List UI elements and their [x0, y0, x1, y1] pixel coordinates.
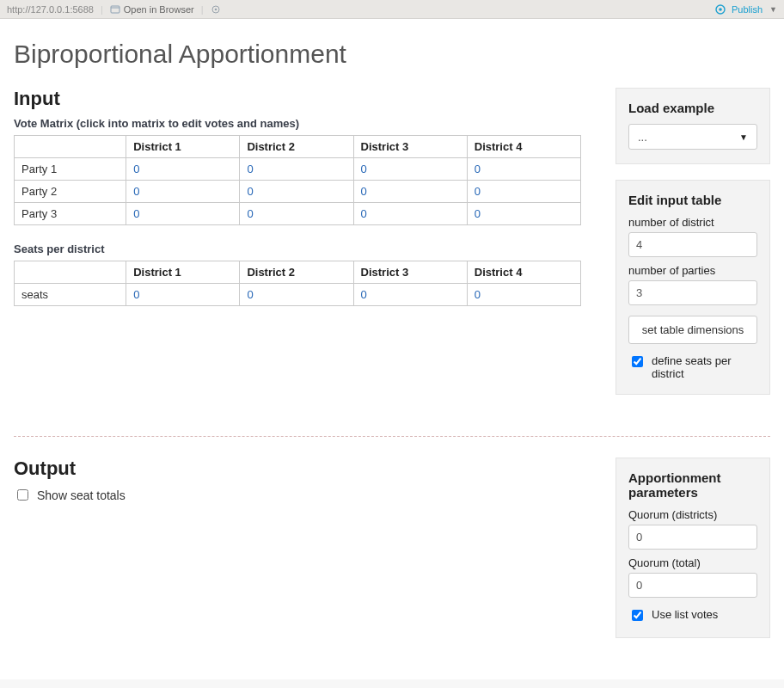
section-divider: [14, 436, 770, 437]
num-district-input[interactable]: [628, 232, 757, 257]
define-seats-label: define seats per district: [652, 354, 757, 380]
vote-cell[interactable]: 0: [467, 203, 580, 225]
seat-cell[interactable]: 0: [126, 284, 240, 306]
num-parties-label: number of parties: [628, 264, 757, 277]
seats-row: seats 0 0 0 0: [15, 284, 581, 306]
browser-icon: [110, 4, 120, 15]
vote-matrix-table: District 1 District 2 District 3 Distric…: [14, 135, 581, 225]
load-example-selected: ...: [638, 131, 647, 144]
svg-rect-0: [111, 6, 119, 13]
quorum-districts-label: Quorum (districts): [628, 508, 757, 521]
party-name-cell[interactable]: Party 1: [15, 158, 126, 181]
apportionment-params-panel: Apportionment parameters Quorum (distric…: [616, 458, 770, 638]
vote-cell[interactable]: 0: [240, 181, 353, 203]
vote-cell[interactable]: 0: [467, 158, 580, 181]
page-title: Biproportional Apportionment: [14, 40, 770, 69]
chevron-down-icon: ▼: [739, 132, 748, 142]
input-heading: Input: [14, 88, 586, 110]
define-seats-checkbox[interactable]: [632, 356, 643, 367]
vote-cell[interactable]: 0: [467, 181, 580, 203]
toolbar-separator-1: |: [101, 4, 103, 15]
svg-point-5: [719, 8, 722, 11]
party-name-cell[interactable]: Party 2: [15, 181, 126, 203]
publish-dropdown-arrow[interactable]: ▼: [769, 5, 777, 14]
vote-matrix-label: Vote Matrix (click into matrix to edit v…: [14, 117, 586, 130]
quorum-total-label: Quorum (total): [628, 556, 757, 569]
district-header[interactable]: District 3: [353, 261, 467, 284]
district-header[interactable]: District 1: [126, 261, 240, 284]
output-sidebar: Apportionment parameters Quorum (distric…: [616, 458, 770, 654]
district-header[interactable]: District 1: [126, 136, 240, 158]
vote-cell[interactable]: 0: [126, 203, 240, 225]
publish-icon: [714, 3, 726, 15]
toolbar-url: http://127.0.0.1:5688: [7, 4, 94, 15]
edit-input-table-title: Edit input table: [628, 193, 757, 207]
publish-button[interactable]: Publish: [732, 4, 763, 15]
quorum-total-input[interactable]: [628, 573, 757, 598]
load-example-select[interactable]: ... ▼: [628, 124, 757, 150]
apportionment-params-title: Apportionment parameters: [628, 470, 757, 500]
vote-cell[interactable]: 0: [353, 203, 467, 225]
toolbar-separator-2: |: [201, 4, 204, 15]
gear-icon[interactable]: [211, 4, 221, 15]
use-list-votes-label: Use list votes: [652, 608, 718, 621]
show-seat-totals-label: Show seat totals: [37, 488, 126, 502]
load-example-title: Load example: [628, 101, 757, 115]
district-header[interactable]: District 2: [240, 261, 353, 284]
load-example-panel: Load example ... ▼: [616, 88, 770, 164]
num-district-label: number of district: [628, 216, 757, 229]
district-header[interactable]: District 2: [240, 136, 353, 158]
seats-table-corner: [15, 261, 126, 284]
vote-cell[interactable]: 0: [126, 158, 240, 181]
district-header[interactable]: District 4: [467, 261, 580, 284]
svg-point-3: [214, 8, 217, 10]
district-header[interactable]: District 4: [467, 136, 580, 158]
seat-cell[interactable]: 0: [467, 284, 580, 306]
party-name-cell[interactable]: Party 3: [15, 203, 126, 225]
vote-matrix-row: Party 2 0 0 0 0: [15, 181, 581, 203]
vote-matrix-row: Party 3 0 0 0 0: [15, 203, 581, 225]
app-toolbar: http://127.0.0.1:5688 | Open in Browser …: [0, 0, 784, 19]
open-in-browser-link[interactable]: Open in Browser: [110, 4, 194, 15]
use-list-votes-checkbox[interactable]: [632, 610, 643, 621]
input-section: Input Vote Matrix (click into matrix to …: [14, 88, 586, 410]
seats-row-label: seats: [15, 284, 126, 306]
vote-cell[interactable]: 0: [353, 158, 467, 181]
num-parties-input[interactable]: [628, 280, 757, 305]
vote-cell[interactable]: 0: [353, 181, 467, 203]
output-section: Output Show seat totals: [14, 458, 586, 654]
open-in-browser-label: Open in Browser: [124, 4, 194, 15]
set-table-dimensions-button[interactable]: set table dimensions: [628, 316, 757, 344]
vote-cell[interactable]: 0: [240, 158, 353, 181]
show-seat-totals-checkbox[interactable]: [17, 489, 28, 501]
district-header[interactable]: District 3: [353, 136, 467, 158]
seat-cell[interactable]: 0: [353, 284, 467, 306]
input-sidebar: Load example ... ▼ Edit input table numb…: [616, 88, 770, 410]
vote-matrix-row: Party 1 0 0 0 0: [15, 158, 581, 181]
seat-cell[interactable]: 0: [240, 284, 353, 306]
vote-matrix-corner: [15, 136, 126, 158]
show-seat-totals-row: Show seat totals: [14, 487, 586, 503]
quorum-districts-input[interactable]: [628, 525, 757, 550]
seats-table: District 1 District 2 District 3 Distric…: [14, 261, 581, 306]
seats-per-district-label: Seats per district: [14, 243, 586, 255]
edit-input-table-panel: Edit input table number of district numb…: [616, 180, 770, 395]
vote-cell[interactable]: 0: [240, 203, 353, 225]
vote-cell[interactable]: 0: [126, 181, 240, 203]
publish-label: Publish: [732, 4, 763, 15]
output-heading: Output: [14, 458, 586, 480]
